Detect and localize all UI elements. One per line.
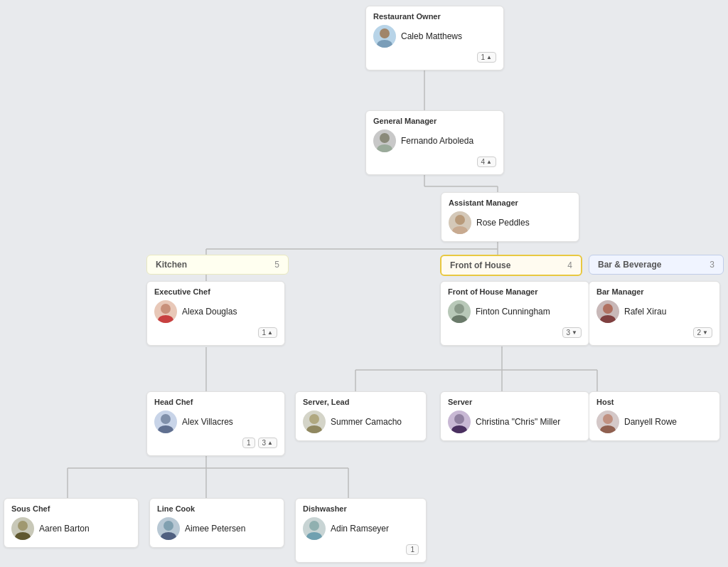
node-server-lead[interactable]: Server, Lead Summer Camacho bbox=[295, 391, 427, 441]
svg-point-34 bbox=[161, 414, 171, 424]
svg-point-27 bbox=[452, 226, 468, 234]
badge-dishwasher[interactable]: 1 bbox=[406, 544, 419, 555]
node-bar-manager[interactable]: Bar Manager Rafel Xirau 2 ▼ bbox=[589, 281, 720, 346]
name-adin: Adin Ramseyer bbox=[331, 524, 389, 534]
group-kitchen: Kitchen 5 bbox=[146, 255, 289, 275]
role-line-cook: Line Cook bbox=[157, 504, 277, 513]
svg-point-25 bbox=[377, 144, 392, 152]
badge-foh-manager[interactable]: 3 ▼ bbox=[562, 327, 582, 338]
svg-point-39 bbox=[451, 425, 467, 433]
group-foh: Front of House 4 bbox=[440, 255, 582, 276]
avatar-summer bbox=[303, 410, 326, 433]
name-christina: Christina "Chris" Miller bbox=[476, 417, 560, 427]
role-server-lead: Server, Lead bbox=[303, 398, 419, 406]
svg-point-46 bbox=[309, 521, 319, 531]
svg-point-43 bbox=[15, 532, 31, 540]
avatar-danyell bbox=[596, 410, 619, 433]
svg-point-30 bbox=[454, 304, 464, 314]
svg-point-29 bbox=[158, 315, 173, 323]
role-bar-manager: Bar Manager bbox=[596, 287, 712, 296]
svg-point-37 bbox=[306, 425, 322, 433]
name-summer: Summer Camacho bbox=[331, 417, 402, 427]
avatar-rose bbox=[449, 211, 471, 234]
node-general-manager[interactable]: General Manager Fernando Arboleda 4 ▲ bbox=[365, 110, 504, 175]
svg-point-23 bbox=[377, 40, 392, 48]
avatar-aimee bbox=[157, 517, 180, 540]
badge-head-chef-1[interactable]: 1 bbox=[242, 438, 255, 448]
node-foh-manager[interactable]: Front of House Manager Finton Cunningham… bbox=[440, 281, 589, 346]
node-server[interactable]: Server Christina "Chris" Miller bbox=[440, 391, 589, 441]
svg-point-31 bbox=[451, 315, 467, 323]
svg-point-22 bbox=[380, 28, 390, 38]
group-bar: Bar & Beverage 3 bbox=[589, 255, 724, 275]
svg-point-28 bbox=[161, 304, 171, 314]
svg-point-45 bbox=[161, 532, 176, 540]
name-rose: Rose Peddles bbox=[476, 218, 530, 228]
svg-point-38 bbox=[454, 414, 464, 424]
node-executive-chef[interactable]: Executive Chef Alexa Douglas 1 ▲ bbox=[146, 281, 285, 346]
avatar-rafel bbox=[596, 300, 619, 323]
avatar-aaren bbox=[11, 517, 34, 540]
role-foh-manager: Front of House Manager bbox=[448, 287, 582, 296]
svg-point-42 bbox=[18, 521, 28, 531]
name-aaren: Aaren Barton bbox=[39, 524, 90, 534]
svg-point-24 bbox=[380, 133, 390, 143]
avatar-caleb bbox=[373, 25, 396, 48]
role-dishwasher: Dishwasher bbox=[303, 504, 419, 513]
role-assistant-manager: Assistant Manager bbox=[449, 198, 572, 207]
avatar-fernando bbox=[373, 129, 396, 152]
badge-general-manager[interactable]: 4 ▲ bbox=[477, 157, 496, 167]
svg-point-35 bbox=[158, 425, 173, 433]
svg-point-26 bbox=[455, 215, 465, 225]
name-rafel: Rafel Xirau bbox=[624, 307, 666, 317]
badge-restaurant-owner[interactable]: 1 ▲ bbox=[477, 52, 496, 63]
badge-head-chef-2[interactable]: 3 ▲ bbox=[258, 438, 277, 448]
node-assistant-manager[interactable]: Assistant Manager Rose Peddles bbox=[441, 192, 579, 242]
badge-executive-chef[interactable]: 1 ▲ bbox=[258, 327, 277, 338]
node-line-cook[interactable]: Line Cook Aimee Petersen bbox=[149, 498, 284, 548]
name-alex: Alex Villacres bbox=[182, 417, 233, 427]
node-dishwasher[interactable]: Dishwasher Adin Ramseyer 1 bbox=[295, 498, 427, 563]
avatar-adin bbox=[303, 517, 326, 540]
avatar-alexa bbox=[154, 300, 177, 323]
role-general-manager: General Manager bbox=[373, 117, 496, 125]
svg-point-36 bbox=[309, 414, 319, 424]
name-alexa: Alexa Douglas bbox=[182, 307, 237, 317]
svg-point-41 bbox=[600, 425, 616, 433]
role-server: Server bbox=[448, 398, 582, 406]
svg-point-32 bbox=[603, 304, 613, 314]
name-danyell: Danyell Rowe bbox=[624, 417, 677, 427]
node-head-chef[interactable]: Head Chef Alex Villacres 1 3 ▲ bbox=[146, 391, 285, 456]
svg-point-44 bbox=[164, 521, 173, 531]
avatar-christina bbox=[448, 410, 471, 433]
svg-point-47 bbox=[306, 532, 322, 540]
badge-bar-manager[interactable]: 2 ▼ bbox=[693, 327, 712, 338]
avatar-finton bbox=[448, 300, 471, 323]
node-host[interactable]: Host Danyell Rowe bbox=[589, 391, 720, 441]
role-executive-chef: Executive Chef bbox=[154, 287, 277, 296]
node-restaurant-owner[interactable]: Restaurant Owner Caleb Matthews 1 ▲ bbox=[365, 6, 504, 70]
role-restaurant-owner: Restaurant Owner bbox=[373, 12, 496, 21]
node-sous-chef[interactable]: Sous Chef Aaren Barton bbox=[4, 498, 139, 548]
name-aimee: Aimee Petersen bbox=[185, 524, 245, 534]
name-caleb: Caleb Matthews bbox=[401, 31, 462, 41]
name-finton: Finton Cunningham bbox=[476, 307, 550, 317]
name-fernando: Fernando Arboleda bbox=[401, 136, 473, 146]
svg-point-33 bbox=[600, 315, 616, 323]
role-sous-chef: Sous Chef bbox=[11, 504, 131, 513]
role-host: Host bbox=[596, 398, 712, 406]
org-chart: Restaurant Owner Caleb Matthews 1 ▲ Gene… bbox=[0, 0, 728, 567]
role-head-chef: Head Chef bbox=[154, 398, 277, 406]
svg-point-40 bbox=[603, 414, 613, 424]
avatar-alex bbox=[154, 410, 177, 433]
